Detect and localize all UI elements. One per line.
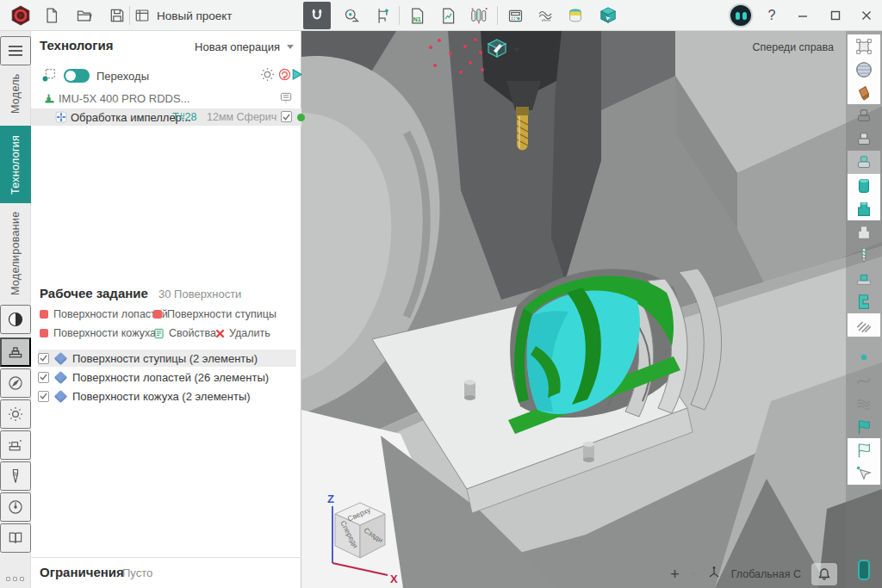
group-checkbox[interactable] bbox=[38, 372, 49, 383]
new-document-button[interactable] bbox=[38, 2, 65, 29]
signal-analysis-button[interactable] bbox=[532, 2, 560, 29]
bell-icon bbox=[817, 567, 831, 581]
surface-group-row[interactable]: Поверхности кожуха (2 элементы) bbox=[38, 387, 296, 405]
nc-program-button[interactable]: N1 bbox=[403, 2, 431, 29]
navigator-compass-button[interactable] bbox=[0, 368, 31, 398]
machine-tree-node[interactable]: IMU-5X 400 PRO RDDS... bbox=[31, 91, 301, 107]
save-project-button[interactable] bbox=[103, 2, 131, 29]
job-section-title: Рабочее задание bbox=[40, 286, 148, 300]
operations-list-icon[interactable] bbox=[279, 91, 293, 108]
run-simulation-play-button[interactable] bbox=[289, 67, 304, 85]
gauge-button[interactable] bbox=[0, 492, 31, 522]
flag-filled-icon[interactable] bbox=[848, 415, 880, 438]
maximize-button[interactable] bbox=[822, 2, 849, 29]
flag-outline-icon[interactable] bbox=[848, 438, 880, 461]
stock-layers-button[interactable] bbox=[562, 2, 589, 29]
right-toolbar bbox=[846, 31, 882, 588]
surface-patch-icon[interactable] bbox=[848, 34, 880, 58]
drill-tool-icon[interactable] bbox=[848, 244, 880, 267]
surface-group-row[interactable]: Поверхности ступицы (2 элементы) bbox=[38, 350, 296, 367]
operation-status-dot bbox=[297, 114, 305, 121]
chevron-down-icon bbox=[513, 48, 520, 53]
operation-tree-node[interactable]: Обработка импеллер... Т#28 12мм Сферич bbox=[31, 108, 301, 126]
point-marker-icon[interactable] bbox=[848, 345, 880, 368]
caliper-button[interactable] bbox=[369, 2, 396, 29]
machine-setup-button[interactable] bbox=[0, 430, 31, 460]
toolbar-divider bbox=[129, 6, 130, 25]
legend-color-icon bbox=[40, 329, 48, 337]
node-structure-icon[interactable] bbox=[41, 67, 57, 86]
transitions-label: Переходы bbox=[96, 70, 149, 83]
single-curve-icon[interactable] bbox=[848, 368, 880, 392]
operation-checkbox[interactable] bbox=[281, 111, 292, 122]
surface-group-row[interactable]: Поверхности лопастей (26 элементы) bbox=[38, 368, 296, 386]
battery-indicator-icon bbox=[857, 559, 871, 585]
viewport-status-bar: + Глобальная С bbox=[670, 563, 837, 585]
notifications-button[interactable] bbox=[811, 563, 837, 585]
add-cs-button[interactable]: + bbox=[670, 566, 680, 582]
legend-chip-blades[interactable]: Поверхности лопастей bbox=[40, 308, 168, 320]
new-operation-chevron-icon[interactable] bbox=[287, 45, 294, 49]
operation-settings-gear-icon[interactable] bbox=[260, 67, 275, 85]
properties-icon bbox=[153, 328, 165, 339]
workpiece-solid-icon[interactable] bbox=[848, 127, 880, 151]
coordinate-system-label[interactable]: Глобальная С bbox=[731, 568, 801, 580]
help-button[interactable]: ? bbox=[758, 2, 786, 29]
new-operation-button[interactable]: Новая операция bbox=[195, 40, 280, 53]
measure-tape-button[interactable] bbox=[338, 2, 365, 29]
assistant-robot-icon[interactable] bbox=[729, 3, 753, 28]
group-checkbox[interactable] bbox=[38, 391, 49, 402]
workpiece-result-icon[interactable] bbox=[848, 151, 880, 174]
stock-cylinder-icon[interactable] bbox=[848, 174, 880, 197]
fixture-part-icon[interactable] bbox=[848, 267, 880, 290]
cutting-tool-button[interactable] bbox=[0, 461, 31, 491]
group-checkbox[interactable] bbox=[38, 353, 49, 364]
mesh-sphere-icon[interactable] bbox=[848, 58, 880, 81]
project-window-icon bbox=[134, 8, 150, 23]
stock-ghost-icon[interactable] bbox=[848, 220, 880, 244]
machine-node-label: IMU-5X 400 PRO RDDS... bbox=[59, 92, 189, 105]
machine-workshop-button[interactable] bbox=[0, 337, 31, 367]
panel-title: Технология bbox=[40, 38, 113, 53]
app-logo-icon[interactable] bbox=[7, 2, 34, 29]
viewport-3d[interactable]: Z X Сверху Спереди Сзади Спереди справа bbox=[301, 31, 882, 588]
tool-info-label: 12мм Сферич bbox=[207, 111, 276, 123]
multi-curve-icon[interactable] bbox=[848, 392, 880, 415]
tool-library-button[interactable] bbox=[465, 2, 493, 29]
calculator-button[interactable] bbox=[501, 2, 529, 29]
flag-start-icon[interactable] bbox=[848, 461, 880, 485]
properties-button[interactable]: Свойства bbox=[153, 327, 216, 339]
tool-id-label: Т#28 bbox=[172, 111, 197, 123]
open-project-button[interactable] bbox=[71, 2, 98, 29]
contrast-sphere-icon[interactable] bbox=[0, 305, 31, 334]
delete-button[interactable]: Удалить bbox=[215, 327, 270, 339]
surface-fragment-icon[interactable] bbox=[848, 81, 880, 104]
tab-technology[interactable]: Технология bbox=[0, 126, 31, 203]
tab-modeling[interactable]: Моделирование bbox=[0, 208, 31, 298]
toolbar-divider bbox=[497, 6, 498, 25]
stock-stepped-icon[interactable] bbox=[848, 197, 880, 220]
more-dots-icon[interactable] bbox=[6, 577, 24, 581]
display-mode-button[interactable] bbox=[486, 38, 527, 62]
workpiece-outline-icon[interactable] bbox=[848, 104, 880, 127]
library-book-button[interactable] bbox=[0, 523, 31, 553]
legend-chip-hub[interactable]: Поверхности ступицы bbox=[153, 308, 276, 320]
cs-chevron-icon[interactable] bbox=[690, 573, 697, 577]
magnet-snap-button[interactable] bbox=[303, 2, 331, 29]
axis-x-label: X bbox=[390, 573, 398, 585]
main-menu-button[interactable] bbox=[0, 36, 31, 65]
toolpath-hatch-icon[interactable] bbox=[848, 313, 880, 337]
tab-model[interactable]: Модель bbox=[0, 69, 31, 119]
machine-icon bbox=[43, 92, 56, 108]
settings-gear-button[interactable] bbox=[0, 399, 31, 429]
application-window: Z X Сверху Спереди Сзади Спереди справа bbox=[0, 0, 882, 588]
transitions-toggle[interactable] bbox=[64, 69, 90, 83]
postprocess-cube-button[interactable] bbox=[594, 2, 622, 29]
legend-chip-shroud[interactable]: Поверхности кожуха bbox=[40, 327, 156, 339]
surface-diamond-icon bbox=[54, 351, 68, 365]
close-button[interactable] bbox=[853, 2, 880, 29]
minimize-button[interactable] bbox=[789, 2, 817, 29]
project-title[interactable]: Новый проект bbox=[134, 2, 233, 29]
machine-simulation-icon[interactable] bbox=[848, 290, 880, 313]
report-document-button[interactable] bbox=[434, 2, 462, 29]
